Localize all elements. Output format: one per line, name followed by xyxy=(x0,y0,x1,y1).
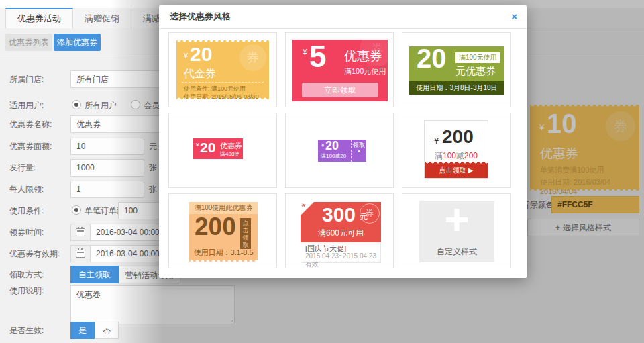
coupon-condition-badge: 满100元使用 xyxy=(455,52,500,63)
coupon-style-green[interactable]: 20 满100元使用 元优惠券 使用日期：3月8日-3月10日 xyxy=(402,32,511,107)
coupon-condition: 满600元可用 xyxy=(301,228,381,239)
coupon-date-bar: 使用日期：3月8日-3月10日 xyxy=(409,81,504,95)
wave-edge xyxy=(301,259,380,262)
click-claim-bar: 点击领取 ▶ xyxy=(425,162,488,178)
coupon-admin-page: 优惠券活动 满赠促销 满减促销 打折促销 优惠券列表 添加优惠券 所属门店: 所… xyxy=(0,0,644,343)
coupon-amount: 300 xyxy=(322,203,356,226)
coupon-unit: 元 xyxy=(360,213,368,221)
coupon-currency: ¥ xyxy=(434,136,439,146)
coupon-style-white-border[interactable]: ¥ 200 满100减200 点击领取 ▶ xyxy=(402,113,511,188)
coupon-graphic: ✈ 券 300 元 满600元可用 xyxy=(301,202,381,242)
coupon-style-purple-tag[interactable]: ¥ 20 满100减20 领取 ▲ xyxy=(285,113,394,188)
claim-tab: 领取 ▲ xyxy=(351,140,366,162)
coupon-amount: 20 xyxy=(190,43,212,66)
coupon-graphic: 券 ¥ 5 优惠券 满100元使用 立即领取 xyxy=(292,40,388,101)
coupon-graphic: ¥ 200 满100减200 点击领取 ▶ xyxy=(424,120,488,179)
coupon-style-yellow-ticket[interactable]: ¥ 20 券 代金券 使用条件: 满100元使用 使用日期: 2015/05/0… xyxy=(168,32,277,107)
coupon-graphic: ¥ 20 券 代金券 使用条件: 满100元使用 使用日期: 2015/05/0… xyxy=(176,40,269,99)
coupon-amount: 5 xyxy=(309,40,327,75)
plus-icon: + xyxy=(419,195,494,244)
perforation-edge xyxy=(425,162,488,165)
close-icon[interactable]: × xyxy=(511,5,517,28)
custom-style-label: 自定义样式 xyxy=(419,246,494,258)
custom-style-box: + 自定义样式 xyxy=(419,201,494,262)
coupon-condition: 满100减20 xyxy=(321,152,346,160)
coupon-currency: ¥ xyxy=(184,52,188,60)
coupon-amount: 20 xyxy=(417,44,447,74)
coupon-style-red-tag[interactable]: ¥ 20 优惠券 满488使用 xyxy=(168,113,277,188)
coupon-promo-section: [国庆节大促] 2015.04.23~2015.04.23有效 xyxy=(301,242,381,263)
coupon-condition: 满100元使用 xyxy=(344,66,386,77)
coupon-amount: 20 xyxy=(200,140,215,156)
coupon-date: 使用日期：3.1-8.5 xyxy=(189,248,258,258)
modal-header: 选择优惠券风格 × xyxy=(159,5,527,29)
coupon-name: 元优惠券 xyxy=(455,65,496,78)
coupon-date: 使用日期: 2015/05/06-08/30 xyxy=(184,93,259,101)
triangle-icon: ▲ xyxy=(352,148,366,153)
coupon-amount: 20 xyxy=(325,139,339,153)
coupon-graphic: ¥ 20 满100减20 领取 ▲ xyxy=(318,140,366,162)
coupon-watermark-icon: 券 xyxy=(239,44,266,71)
coupon-name: 优惠券 xyxy=(220,141,242,151)
click-claim-vertical-button: 点击领取 xyxy=(240,218,251,249)
scallop-edge xyxy=(189,258,258,262)
coupon-condition: 满488使用 xyxy=(220,150,243,165)
coupon-graphic: 满100使用此优惠券 200 点击领取 使用日期：3.1-8.5 xyxy=(189,202,258,262)
claim-now-button: 立即领取 xyxy=(302,83,378,97)
coupon-style-custom[interactable]: + 自定义样式 xyxy=(402,193,511,268)
coupon-style-red-flag[interactable]: ✈ 券 300 元 满600元可用 [国庆节大促] 2015.04.23~201… xyxy=(285,193,394,268)
coupon-currency: ¥ xyxy=(196,142,199,148)
dashed-divider xyxy=(182,82,264,83)
arrow-icon: ▶ xyxy=(468,166,474,174)
coupon-name: 代金券 xyxy=(184,67,216,81)
coupon-graphic: ¥ 20 优惠券 满488使用 xyxy=(193,138,243,159)
coupon-graphic: 20 满100元使用 元优惠券 使用日期：3月8日-3月10日 xyxy=(409,46,504,95)
claim-label: 领取 xyxy=(352,140,366,148)
coupon-currency: ¥ xyxy=(303,48,307,57)
coupon-name: 优惠券 xyxy=(344,48,382,65)
coupon-style-modal: 选择优惠券风格 × ¥ 20 券 代金券 使用条件: 满100元使用 使用日期:… xyxy=(159,5,527,278)
coupon-condition: 满100减200 xyxy=(425,150,488,162)
coupon-style-pink[interactable]: 券 ¥ 5 优惠券 满100元使用 立即领取 xyxy=(285,32,394,107)
coupon-style-orange-ticket[interactable]: 满100使用此优惠券 200 点击领取 使用日期：3.1-8.5 xyxy=(168,193,277,268)
modal-title: 选择优惠券风格 xyxy=(159,5,527,28)
coupon-amount: 200 xyxy=(442,126,474,148)
coupon-amount: 200 xyxy=(195,213,236,241)
coupon-currency: ¥ xyxy=(321,142,324,148)
